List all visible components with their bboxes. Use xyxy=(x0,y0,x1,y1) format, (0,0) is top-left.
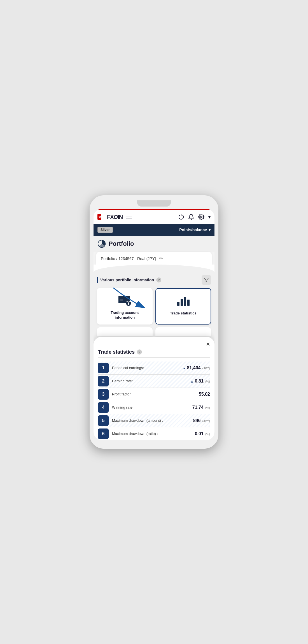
stat-number-badge: 6 xyxy=(98,428,109,439)
stat-row: 1Periodical earnings:▲ 81,404(JPY) xyxy=(98,362,210,375)
app-header: ✕ FXOIN xyxy=(94,210,214,224)
partial-card-2 xyxy=(155,327,211,336)
svg-rect-16 xyxy=(187,300,190,306)
stat-value-area: ▲ 81,404(JPY) xyxy=(183,365,210,370)
svg-point-2 xyxy=(200,216,202,218)
portfolio-pie-icon xyxy=(97,240,106,248)
stat-value: 0.81 xyxy=(195,379,204,384)
section-area: Various portfolio information ? xyxy=(94,272,214,340)
trading-account-label: Trading account information xyxy=(111,311,139,320)
svg-rect-13 xyxy=(177,302,179,306)
power-icon[interactable] xyxy=(178,214,184,220)
svg-text:✕: ✕ xyxy=(98,215,101,219)
stat-number-badge: 3 xyxy=(98,389,109,400)
page-title-area: Portfolio xyxy=(94,236,214,252)
modal-title: Trade statistics xyxy=(98,349,135,355)
stat-value-area: 71.74(%) xyxy=(192,405,210,410)
stat-number-badge: 5 xyxy=(98,415,109,426)
trade-statistics-card[interactable]: Trade statistics xyxy=(155,288,211,325)
stat-unit: (%) xyxy=(205,432,210,436)
gear-icon[interactable] xyxy=(198,214,204,220)
portfolio-title-row: Portfolio / 1234567 - Real (JPY) ✏ xyxy=(101,256,207,265)
portfolio-breadcrumb: Portfolio / 1234567 - Real (JPY) xyxy=(101,256,156,261)
stat-label: Profit factor: xyxy=(112,392,199,396)
stat-row: 6Maximum drawdown (ratio) :0.01(%) xyxy=(98,427,210,440)
stats-list: 1Periodical earnings:▲ 81,404(JPY)2Earni… xyxy=(98,362,210,440)
svg-rect-17 xyxy=(177,306,190,306)
phone-notch xyxy=(137,200,171,207)
phone-screen: ✕ FXOIN xyxy=(94,209,214,440)
stat-value: 55.02 xyxy=(199,392,210,397)
stat-label: Periodical earnings: xyxy=(112,366,183,370)
phone-frame: ✕ FXOIN xyxy=(90,195,218,449)
hamburger-menu-icon[interactable] xyxy=(126,215,132,219)
blue-accent-bar xyxy=(97,277,98,283)
filter-icon xyxy=(204,277,209,282)
stat-value: 0.01 xyxy=(195,431,204,436)
section-header: Various portfolio information ? xyxy=(97,275,211,285)
logo-icon: ✕ xyxy=(97,213,106,221)
stat-unit: (%) xyxy=(205,406,210,409)
pointing-arrow xyxy=(105,288,161,311)
bell-icon[interactable] xyxy=(188,214,194,220)
partial-cards-row xyxy=(97,327,211,336)
stat-value-area: 0.01(%) xyxy=(195,431,210,436)
svg-rect-15 xyxy=(184,297,186,306)
edit-icon[interactable]: ✏ xyxy=(159,256,163,261)
chevron-down-icon[interactable]: ▾ xyxy=(208,214,211,220)
stat-value-area: 55.02 xyxy=(199,392,210,397)
silver-badge: Silver xyxy=(97,227,113,233)
portfolio-card: Portfolio / 1234567 - Real (JPY) ✏ xyxy=(96,252,212,265)
logo-text: FXOIN xyxy=(107,214,123,220)
modal-close-row: × xyxy=(98,341,210,348)
section-title: Various portfolio information xyxy=(100,278,154,282)
stat-number-badge: 1 xyxy=(98,363,109,373)
stat-unit: (JPY) xyxy=(202,419,210,423)
stat-row: 4Winning rate:71.74(%) xyxy=(98,401,210,414)
modal-title-row: Trade statistics ? xyxy=(98,349,210,355)
modal-divider xyxy=(98,357,210,358)
stat-label: Earning rate: xyxy=(112,379,190,383)
trade-statistics-modal: × Trade statistics ? 1Periodical earning… xyxy=(94,337,214,440)
modal-help-icon[interactable]: ? xyxy=(137,349,142,355)
filter-button[interactable] xyxy=(202,275,211,285)
stat-row: 3Profit factor:55.02 xyxy=(98,388,210,401)
stat-unit: (%) xyxy=(205,380,210,383)
stat-number-badge: 2 xyxy=(98,376,109,386)
points-balance-button[interactable]: Points/balance ▾ xyxy=(179,228,211,232)
stat-label: Maximum drawdown (ratio) : xyxy=(112,432,195,436)
svg-rect-14 xyxy=(181,299,183,306)
logo-area: ✕ FXOIN xyxy=(97,213,132,221)
stat-label: Maximum drawdown (amount) : xyxy=(112,418,193,423)
stat-value-area: 846(JPY) xyxy=(193,418,210,423)
partial-card-1 xyxy=(97,327,153,336)
trade-statistics-icon-area xyxy=(176,294,191,308)
trade-statistics-label: Trade statistics xyxy=(170,311,197,316)
points-chevron-icon: ▾ xyxy=(209,228,211,232)
stat-label: Winning rate: xyxy=(112,405,192,409)
stat-arrow-icon: ▲ xyxy=(183,366,186,370)
trade-statistics-icon xyxy=(176,294,191,307)
stat-unit: (JPY) xyxy=(202,367,210,370)
section-help-icon[interactable]: ? xyxy=(156,277,161,282)
stat-value: 71.74 xyxy=(192,405,204,410)
stat-value: 81,404 xyxy=(187,365,201,370)
fxon-logo: ✕ FXOIN xyxy=(97,213,123,221)
page-title: Portfolio xyxy=(109,240,134,247)
stat-arrow-icon: ▲ xyxy=(190,379,194,383)
svg-marker-4 xyxy=(204,278,209,282)
stat-value: 846 xyxy=(193,418,201,423)
stat-number-badge: 4 xyxy=(98,402,109,413)
stat-row: 5Maximum drawdown (amount) :846(JPY) xyxy=(98,414,210,427)
wave-divider xyxy=(94,265,214,272)
section-title-row: Various portfolio information ? xyxy=(97,277,161,283)
header-icons: ▾ xyxy=(178,214,211,220)
modal-close-button[interactable]: × xyxy=(206,341,210,348)
stat-value-area: ▲ 0.81(%) xyxy=(190,379,210,384)
stat-row: 2Earning rate:▲ 0.81(%) xyxy=(98,375,210,388)
sub-header: Silver Points/balance ▾ xyxy=(94,224,214,236)
